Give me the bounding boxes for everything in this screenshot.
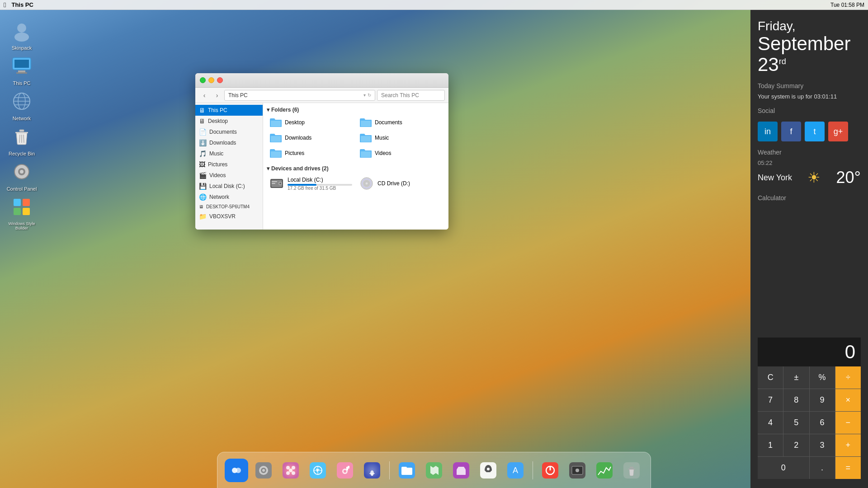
calc-5-button[interactable]: 5: [783, 412, 809, 434]
cd-drive-info: CD Drive (D:): [377, 180, 442, 187]
svg-rect-86: [628, 469, 635, 469]
svg-line-14: [19, 135, 20, 143]
calc-c-button[interactable]: C: [758, 366, 783, 389]
dock-siri[interactable]: [360, 459, 384, 482]
search-input[interactable]: [377, 90, 445, 101]
svg-point-0: [17, 23, 26, 33]
pictures-sidebar-icon: 🖼: [199, 161, 205, 168]
folder-videos[interactable]: Videos: [357, 146, 445, 160]
facebook-button[interactable]: f: [781, 122, 801, 141]
folder-pictures-label: Pictures: [285, 150, 304, 156]
calc-8-button[interactable]: 8: [783, 389, 809, 411]
drive-local-disk[interactable]: Local Disk (C:) 17.2 GB free of 31.5 GB: [267, 174, 355, 192]
calc-dot-button[interactable]: .: [810, 457, 835, 479]
svg-point-46: [262, 469, 265, 472]
dock-rocket[interactable]: [476, 459, 500, 482]
sidebar-item-desktop[interactable]: 🖥 Desktop: [195, 116, 263, 127]
folder-downloads[interactable]: Downloads: [267, 131, 355, 145]
sidebar-item-network[interactable]: 🌐 Network: [195, 192, 263, 202]
calc-1-button[interactable]: 1: [758, 434, 783, 456]
back-button[interactable]: ‹: [199, 90, 210, 101]
address-bar[interactable]: This PC ▾ ↻: [224, 90, 375, 101]
dock-trash[interactable]: [620, 459, 643, 482]
svg-rect-22: [14, 208, 21, 215]
sidebar-item-this-pc[interactable]: 🖥 This PC: [195, 105, 263, 116]
calc-6-button[interactable]: 6: [810, 412, 835, 434]
dock-launchpad[interactable]: [279, 459, 302, 482]
music-sidebar-icon: 🎵: [199, 150, 207, 157]
close-button[interactable]: [217, 77, 223, 83]
dock-app-store[interactable]: A: [504, 459, 527, 482]
folder-pictures[interactable]: Pictures: [267, 146, 355, 160]
folder-desktop[interactable]: Desktop: [267, 116, 355, 129]
calc-2-button[interactable]: 2: [783, 434, 809, 456]
calc-minus-button[interactable]: −: [835, 412, 861, 434]
svg-rect-29: [361, 151, 371, 157]
google-button[interactable]: g+: [828, 122, 848, 141]
drives-section-header[interactable]: ▾ Devices and drives (2): [267, 165, 445, 172]
calculator-grid: C ± % ÷ 7 8 9 × 4 5 6 − 1 2 3 + 0 . =: [758, 366, 861, 479]
downloads-sidebar-icon: ⬇️: [199, 139, 207, 146]
folder-music[interactable]: Music: [357, 131, 445, 145]
sidebar-item-music[interactable]: 🎵 Music: [195, 148, 263, 159]
weather-city: New York: [758, 173, 792, 183]
folder-documents[interactable]: Documents: [357, 116, 445, 129]
desktop-icon-recycle-bin[interactable]: Recycle Bin: [4, 124, 40, 156]
skinpack-icon: [9, 18, 34, 43]
dock-safari[interactable]: [306, 459, 330, 482]
calc-equals-button[interactable]: =: [835, 457, 861, 479]
desktop-icon-windows-style[interactable]: Windows Style Builder: [4, 194, 40, 230]
maximize-button[interactable]: [200, 77, 206, 83]
calc-divide-button[interactable]: ÷: [835, 366, 861, 389]
calc-multiply-button[interactable]: ×: [835, 389, 861, 411]
svg-rect-13: [19, 130, 24, 131]
dock-itunes[interactable]: [333, 459, 357, 482]
linkedin-button[interactable]: in: [758, 122, 778, 141]
dock-system-monitor[interactable]: [593, 459, 616, 482]
dock-finder[interactable]: [225, 459, 248, 482]
folders-collapse-icon: ▾: [267, 107, 269, 113]
desktop-icon-this-pc[interactable]: This PC: [4, 53, 40, 86]
calc-7-button[interactable]: 7: [758, 389, 783, 411]
calc-3-button[interactable]: 3: [810, 434, 835, 456]
folder-downloads-label: Downloads: [285, 135, 311, 141]
sidebar-item-documents[interactable]: 📄 Documents: [195, 127, 263, 137]
window-controls[interactable]: [200, 77, 223, 83]
sidebar-item-vboxsvr[interactable]: 📁 VBOXSVR: [195, 211, 263, 222]
desktop-icon-skinpack[interactable]: Skinpack: [4, 18, 40, 51]
control-panel-icon: [9, 159, 34, 184]
menu-item-this-pc[interactable]: This PC: [11, 1, 33, 8]
calc-plusminus-button[interactable]: ±: [783, 366, 809, 389]
desktop-icon-network[interactable]: Network: [4, 89, 40, 121]
sidebar-item-downloads[interactable]: ⬇️ Downloads: [195, 137, 263, 148]
minimize-button[interactable]: [208, 77, 214, 83]
today-summary-label: Today Summary: [758, 82, 861, 89]
sidebar-item-desktop2[interactable]: 🖥 DESKTOP-5P6UTM4: [195, 202, 263, 211]
sidebar-item-pictures[interactable]: 🖼 Pictures: [195, 159, 263, 170]
dock-system-prefs[interactable]: [252, 459, 275, 482]
svg-point-38: [365, 182, 368, 185]
drive-cd[interactable]: CD Drive (D:): [357, 174, 445, 192]
dock-store[interactable]: [449, 459, 473, 482]
calculator-label: Calculator: [758, 194, 861, 334]
svg-point-42: [236, 468, 241, 473]
calc-plus-button[interactable]: +: [835, 434, 861, 456]
sidebar-item-videos[interactable]: 🎬 Videos: [195, 170, 263, 181]
sidebar-this-pc-label: This PC: [208, 107, 227, 113]
dock-power[interactable]: [538, 459, 562, 482]
folders-section-header[interactable]: ▾ Folders (6): [267, 107, 445, 113]
sidebar-item-local-disk[interactable]: 💾 Local Disk (C:): [195, 181, 263, 192]
calc-4-button[interactable]: 4: [758, 412, 783, 434]
calc-percent-button[interactable]: %: [810, 366, 835, 389]
calc-0-button[interactable]: 0: [758, 457, 809, 479]
dock-files[interactable]: [395, 459, 419, 482]
svg-rect-27: [361, 136, 371, 142]
forward-button[interactable]: ›: [212, 90, 222, 101]
apple-logo-icon[interactable]: : [4, 1, 6, 9]
dock-screenshot[interactable]: [566, 459, 589, 482]
desktop-icon-control-panel[interactable]: Control Panel: [4, 159, 40, 192]
calc-9-button[interactable]: 9: [810, 389, 835, 411]
svg-rect-26: [271, 136, 281, 142]
dock-maps[interactable]: [422, 459, 446, 482]
twitter-button[interactable]: t: [805, 122, 825, 141]
